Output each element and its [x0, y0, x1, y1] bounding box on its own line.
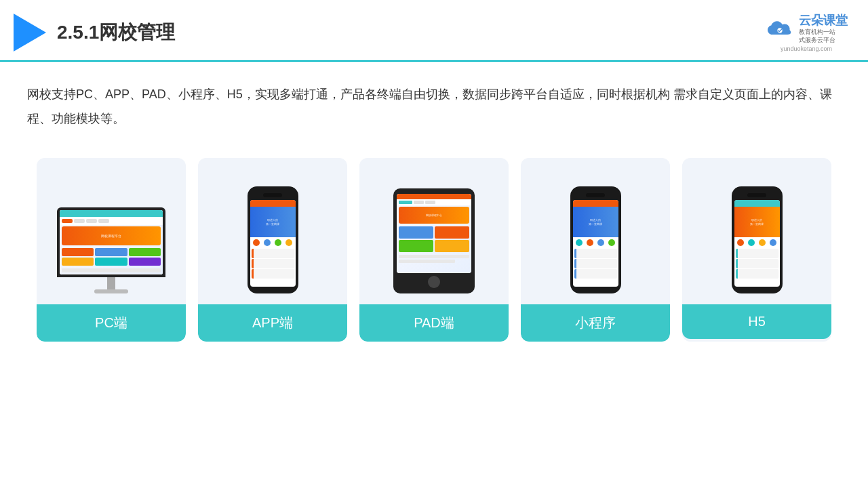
pc-nav-row: [60, 217, 163, 225]
tablet-home-btn: [428, 276, 440, 288]
pc-header-bar: [60, 210, 163, 217]
pc-label: PC端: [37, 304, 186, 342]
miniprogram-notch: [586, 193, 605, 197]
app-icon: [264, 239, 271, 246]
pad-grid-item: [399, 240, 433, 252]
card-app: 职进人的第一堂网课: [198, 158, 347, 342]
pc-banner-text: 网校课程平台: [101, 234, 121, 238]
brand-tagline: 教育机构一站式服务云平台: [799, 28, 835, 44]
monitor-screen: 网校课程平台: [60, 210, 163, 274]
pad-nav-item: [399, 201, 412, 204]
nav-dot: [74, 219, 85, 223]
miniprogram-screen: 职进人的第一堂网课: [573, 200, 618, 287]
pc-screen-content: 网校课程平台: [60, 210, 163, 274]
mini-icon: [576, 239, 583, 246]
miniprogram-icons: [573, 237, 618, 248]
phone-notch: [263, 193, 282, 197]
h5-icon: [737, 239, 744, 246]
pc-monitor: 网校课程平台: [57, 207, 165, 293]
h5-icon: [759, 239, 766, 246]
h5-icon: [770, 239, 776, 246]
logo-triangle-icon: [14, 14, 46, 52]
card-miniprogram: 职进人的第一堂网课: [521, 158, 670, 342]
list-item: [62, 274, 161, 274]
h5-course: [736, 249, 778, 258]
pad-list-item: [399, 255, 469, 258]
pad-banner-text: 网校课程中心: [426, 214, 442, 217]
h5-banner-title: 职进人的第一堂网课: [750, 218, 764, 226]
grid-item: [95, 248, 127, 256]
brand-logo: 云朵课堂 教育机构一站式服务云平台: [765, 12, 848, 44]
h5-notch: [747, 193, 766, 197]
h5-label: H5: [682, 304, 831, 339]
brand-text-container: 云朵课堂 教育机构一站式服务云平台: [799, 12, 848, 44]
cards-container: 网校课程平台: [27, 158, 841, 342]
app-banner-title: 职进人的第一堂网课: [266, 218, 279, 226]
grid-item: [62, 248, 94, 256]
app-phone-frame: 职进人的第一堂网课: [248, 186, 298, 293]
pad-label: PAD端: [359, 304, 509, 342]
pad-grid: [397, 225, 471, 253]
pc-mockup: 网校课程平台: [47, 171, 175, 293]
h5-course: [736, 259, 778, 268]
course-item: [252, 259, 294, 268]
tablet-frame: 网校课程中心: [393, 188, 475, 293]
pad-list-item: [399, 260, 455, 263]
grid-item: [129, 248, 161, 256]
miniprogram-header: [573, 200, 618, 207]
grid-item: [62, 258, 94, 266]
mini-icon: [597, 239, 604, 246]
miniprogram-mockup: 职进人的第一堂网课: [532, 171, 659, 293]
miniprogram-phone-frame: 职进人的第一堂网课: [570, 186, 621, 293]
pc-grid: [60, 247, 163, 267]
header-left: 2.5.1网校管理: [14, 14, 175, 52]
app-icon: [285, 239, 292, 246]
h5-mockup: 职进人的第一堂网课: [693, 171, 821, 293]
course-item: [252, 269, 294, 279]
pad-grid-item: [435, 226, 469, 239]
monitor-stand: [94, 289, 128, 293]
nav-dot: [86, 219, 97, 223]
description-text: 网校支持PC、APP、PAD、小程序、H5，实现多端打通，产品各终端自由切换，数…: [27, 82, 841, 131]
tablet-screen: 网校课程中心: [397, 194, 471, 273]
brand-url: yunduoketang.com: [781, 45, 832, 52]
monitor-base: [107, 277, 115, 289]
card-pc: 网校课程平台: [37, 158, 186, 342]
h5-icons: [734, 237, 780, 248]
mini-course: [574, 269, 617, 279]
pad-list: [397, 253, 471, 264]
miniprogram-label: 小程序: [521, 304, 670, 342]
app-phone-banner: 职进人的第一堂网课: [250, 207, 296, 237]
app-label: APP端: [198, 304, 347, 342]
nav-dot: [98, 219, 109, 223]
h5-header: [734, 200, 780, 207]
pad-nav-item: [425, 201, 435, 204]
pad-grid-item: [399, 226, 433, 239]
app-icon: [253, 239, 260, 246]
miniprogram-courses: [573, 248, 618, 280]
pad-nav: [397, 199, 471, 205]
main-content: 网校支持PC、APP、PAD、小程序、H5，实现多端打通，产品各终端自由切换，数…: [0, 62, 868, 355]
h5-banner: 职进人的第一堂网课: [734, 207, 780, 237]
app-icon: [275, 239, 281, 246]
grid-item: [95, 258, 127, 266]
app-screen-header: [250, 200, 296, 207]
card-pad: 网校课程中心: [359, 158, 509, 342]
pad-header: [397, 194, 471, 199]
header: 2.5.1网校管理 云朵课堂 教育机构一站式服务云平台 yunduoketang…: [0, 0, 868, 62]
nav-dot: [62, 219, 73, 223]
header-right: 云朵课堂 教育机构一站式服务云平台 yunduoketang.com: [765, 12, 848, 52]
miniprogram-banner: 职进人的第一堂网课: [573, 207, 618, 237]
pc-banner: 网校课程平台: [62, 226, 161, 245]
grid-item: [129, 258, 161, 266]
pad-nav-item: [414, 201, 424, 204]
mini-icon: [608, 239, 615, 246]
mini-course: [574, 259, 617, 268]
h5-courses: [734, 248, 780, 280]
app-courses: [250, 248, 296, 280]
card-h5: 职进人的第一堂网课: [682, 158, 831, 342]
h5-screen: 职进人的第一堂网课: [734, 200, 780, 287]
course-item: [252, 249, 294, 258]
h5-icon: [748, 239, 755, 246]
list-item: [62, 268, 161, 272]
